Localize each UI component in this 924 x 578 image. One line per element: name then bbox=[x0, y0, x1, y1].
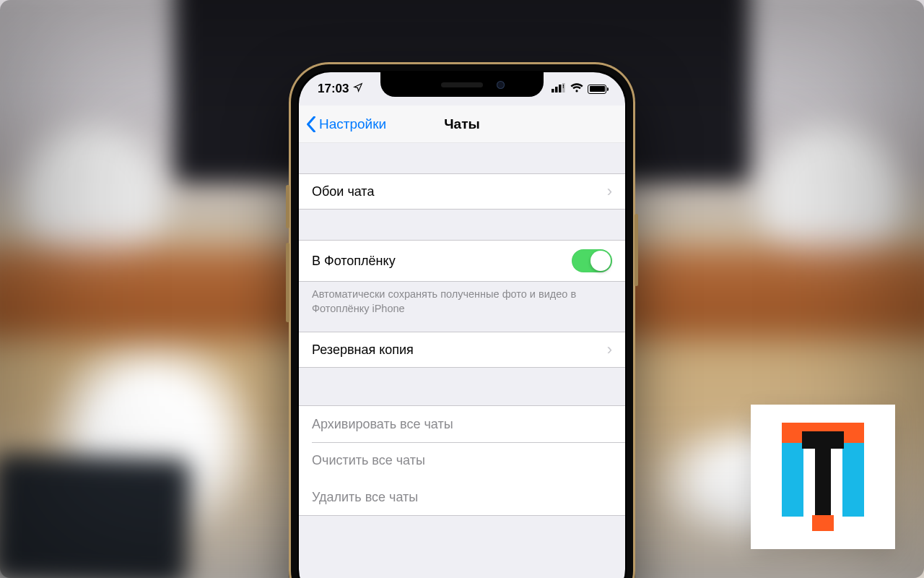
phone-notch bbox=[380, 72, 544, 97]
chevron-right-icon: › bbox=[607, 184, 612, 199]
chevron-left-icon bbox=[306, 116, 316, 132]
row-label: Обои чата bbox=[312, 184, 374, 199]
chevron-right-icon: › bbox=[607, 342, 612, 358]
phone-frame: 17:03 ! Настройки Чаты bbox=[289, 62, 635, 578]
svg-rect-0 bbox=[552, 89, 554, 92]
wifi-icon bbox=[570, 82, 583, 96]
svg-rect-2 bbox=[559, 85, 562, 92]
battery-icon bbox=[588, 85, 606, 94]
row-delete-all[interactable]: Удалить все чаты bbox=[299, 479, 625, 515]
back-button[interactable]: Настройки bbox=[299, 116, 386, 132]
svg-text:!: ! bbox=[562, 83, 565, 90]
toggle-save-to-camera-roll[interactable] bbox=[572, 249, 612, 272]
cellular-icon: ! bbox=[552, 82, 566, 96]
nav-bar: Настройки Чаты bbox=[299, 105, 625, 143]
row-save-to-camera-roll[interactable]: В Фотоплёнку bbox=[299, 240, 625, 282]
row-clear-all[interactable]: Очистить все чаты bbox=[299, 443, 625, 479]
row-label: В Фотоплёнку bbox=[312, 254, 396, 269]
row-label: Архивировать все чаты bbox=[312, 417, 453, 432]
row-footer-save: Автоматически сохранять полученные фото … bbox=[299, 282, 625, 323]
row-backup[interactable]: Резервная копия › bbox=[299, 332, 625, 368]
row-label: Удалить все чаты bbox=[312, 490, 418, 505]
back-label: Настройки bbox=[319, 116, 386, 132]
row-label: Очистить все чаты bbox=[312, 453, 425, 468]
nav-title: Чаты bbox=[444, 116, 479, 132]
settings-content: Обои чата › В Фотоплёнку Автоматически с… bbox=[299, 143, 625, 578]
row-archive-all[interactable]: Архивировать все чаты bbox=[299, 406, 625, 442]
watermark-logo bbox=[751, 405, 895, 549]
svg-rect-1 bbox=[555, 87, 558, 92]
phone-screen: 17:03 ! Настройки Чаты bbox=[299, 72, 625, 578]
location-icon bbox=[353, 82, 363, 96]
row-label: Резервная копия bbox=[312, 342, 414, 358]
status-time: 17:03 bbox=[318, 82, 349, 96]
row-chat-wallpaper[interactable]: Обои чата › bbox=[299, 173, 625, 210]
